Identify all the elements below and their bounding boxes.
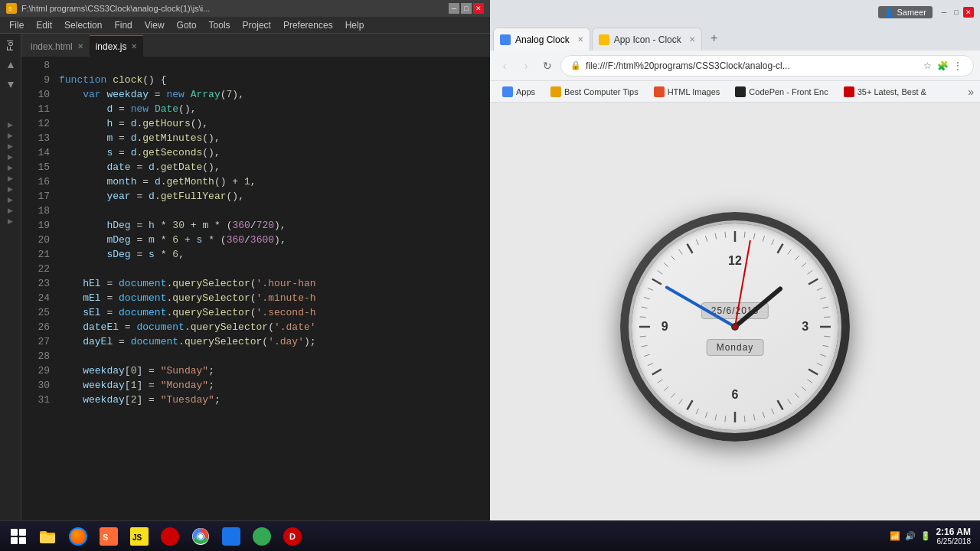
taskbar-app-blue[interactable]: [217, 523, 245, 550]
bookmark-html-images[interactable]: HTML Images: [648, 85, 727, 99]
code-line-16: month = d.getMonth() + 1,: [59, 174, 490, 189]
bookmark-star-icon[interactable]: ☆: [921, 60, 933, 72]
editor-panel: S F:\html programs\CSS3Clock\analog-cloc…: [0, 0, 490, 551]
code-lines[interactable]: function clock() { var weekday = new Arr…: [56, 57, 490, 534]
svg-line-14: [808, 279, 818, 285]
code-editor[interactable]: 8 9 10 11 12 13 14 15 16 17 18 19: [21, 57, 490, 534]
browser-tab-bar: Analog Clock ✕ App Icon - Clock ✕ +: [490, 24, 980, 51]
menu-view[interactable]: View: [139, 18, 171, 32]
browser-close-button[interactable]: ✕: [963, 7, 974, 18]
menu-dots-icon[interactable]: ⋮: [952, 60, 964, 72]
chrome-icon: [191, 527, 210, 546]
browser-tab-analog-clock[interactable]: Analog Clock ✕: [493, 28, 590, 51]
volume-icon[interactable]: 🔊: [903, 530, 917, 543]
menu-selection[interactable]: Selection: [58, 18, 108, 32]
gutter-arrow-9[interactable]: ▶: [8, 207, 13, 214]
bookmark-best-computer-tips[interactable]: Best Computer Tips: [544, 85, 645, 99]
browser-address-bar: ‹ › ↻ 🔒 file:///F:/html%20programs/CSS3C…: [490, 51, 980, 81]
gutter-arrow-1[interactable]: ▶: [8, 121, 13, 129]
menu-file[interactable]: File: [3, 18, 30, 32]
address-box[interactable]: 🔒 file:///F:/html%20programs/CSS3Clock/a…: [560, 55, 974, 77]
battery-icon[interactable]: 🔋: [919, 530, 933, 543]
editor-close-button[interactable]: ✕: [473, 3, 484, 14]
gutter-arrow-2[interactable]: ▶: [8, 132, 13, 139]
svg-line-23: [817, 364, 822, 366]
start-button[interactable]: [3, 523, 34, 550]
taskbar-app-dictionary[interactable]: D: [279, 523, 306, 550]
svg-line-7: [763, 236, 764, 242]
svg-line-31: [763, 412, 764, 418]
svg-marker-2: [8, 62, 14, 68]
sidebar-nav-up[interactable]: [5, 60, 16, 70]
clock-outer-ring: (function(){ const svg = document.queryS…: [620, 212, 850, 442]
menu-help[interactable]: Help: [339, 18, 371, 32]
taskbar-app-chrome[interactable]: [187, 523, 214, 550]
taskbar-app-green[interactable]: [248, 523, 276, 550]
bookmarks-more-button[interactable]: »: [968, 86, 974, 98]
gutter-arrow-8[interactable]: ▶: [8, 196, 13, 204]
browser-tab-close-1[interactable]: ✕: [577, 35, 583, 44]
gutter-arrow-4[interactable]: ▶: [8, 153, 13, 161]
svg-line-32: [753, 414, 755, 420]
sidebar-foi-label[interactable]: FoI: [5, 37, 16, 54]
tab-js-close[interactable]: ✕: [131, 42, 137, 51]
taskbar-app-sublime[interactable]: S: [95, 523, 122, 550]
firefox-icon: [69, 527, 87, 546]
bookmark-codepen[interactable]: CodePen - Front Enc: [729, 85, 834, 99]
svg-line-20: [824, 336, 830, 337]
new-tab-button[interactable]: +: [704, 28, 725, 49]
browser-forward-button[interactable]: ›: [518, 57, 534, 74]
svg-line-37: [705, 412, 707, 418]
svg-line-25: [808, 380, 812, 383]
tab-html-close[interactable]: ✕: [77, 42, 83, 51]
menu-goto[interactable]: Goto: [171, 18, 203, 32]
browser-tab-close-2[interactable]: ✕: [689, 35, 695, 44]
sidebar-nav-down[interactable]: [5, 80, 16, 90]
restore-button[interactable]: □: [461, 3, 472, 14]
code-line-21: sDeg = s * 6,: [59, 247, 490, 262]
tab-app-icon: [599, 34, 609, 45]
gutter-arrow-5[interactable]: ▶: [8, 164, 13, 171]
bookmark-35plus[interactable]: 35+ Latest, Best &: [838, 85, 933, 99]
address-icon-group: ☆ 🧩 ⋮: [921, 60, 964, 72]
gutter-arrow-7[interactable]: ▶: [8, 185, 13, 193]
tab-index-html[interactable]: index.html ✕: [24, 35, 90, 57]
network-icon[interactable]: 📶: [888, 530, 902, 543]
browser-minimize-button[interactable]: ─: [939, 7, 949, 18]
gutter-arrow-6[interactable]: ▶: [8, 174, 13, 182]
tab-index-js[interactable]: index.js ✕: [90, 35, 144, 57]
menu-find[interactable]: Find: [108, 18, 138, 32]
editor-title-bar: S F:\html programs\CSS3Clock\analog-cloc…: [0, 0, 490, 17]
svg-line-30: [772, 409, 774, 414]
bookmark-html-label: HTML Images: [668, 87, 720, 96]
svg-line-21: [822, 345, 828, 347]
menu-preferences[interactable]: Preferences: [277, 18, 339, 32]
taskbar-clock[interactable]: 2:16 AM 6/25/2018: [936, 527, 971, 546]
code-line-27: dayEl = document.querySelector('.day');: [59, 334, 490, 349]
gutter-arrow-3[interactable]: ▶: [8, 142, 13, 150]
menu-edit[interactable]: Edit: [30, 18, 58, 32]
svg-line-15: [817, 288, 822, 290]
bookmark-best-tips-label: Best Computer Tips: [564, 87, 639, 96]
extensions-icon[interactable]: 🧩: [936, 60, 949, 72]
taskbar-app-js[interactable]: JS: [126, 523, 153, 550]
menu-project[interactable]: Project: [237, 18, 277, 32]
svg-line-45: [648, 364, 653, 366]
code-line-17: year = d.getFullYear(),: [59, 189, 490, 204]
taskbar-app-firefox[interactable]: [64, 523, 92, 550]
browser-restore-button[interactable]: □: [951, 7, 962, 18]
minimize-button[interactable]: ─: [449, 3, 459, 14]
gutter-arrow-10[interactable]: ▶: [8, 217, 13, 225]
svg-text:S: S: [103, 533, 108, 542]
bookmark-apps[interactable]: Apps: [496, 85, 541, 99]
browser-tab-app-icon[interactable]: App Icon - Clock ✕: [592, 28, 702, 51]
menu-tools[interactable]: Tools: [203, 18, 237, 32]
dictionary-icon: D: [283, 527, 302, 546]
browser-reload-button[interactable]: ↻: [539, 57, 556, 74]
taskbar-app-red[interactable]: [156, 523, 184, 550]
taskbar-app-explorer[interactable]: [34, 523, 61, 550]
tab-html-label: index.html: [31, 41, 73, 52]
svg-line-55: [658, 271, 662, 275]
svg-text:JS: JS: [132, 533, 142, 542]
browser-back-button[interactable]: ‹: [496, 57, 513, 74]
